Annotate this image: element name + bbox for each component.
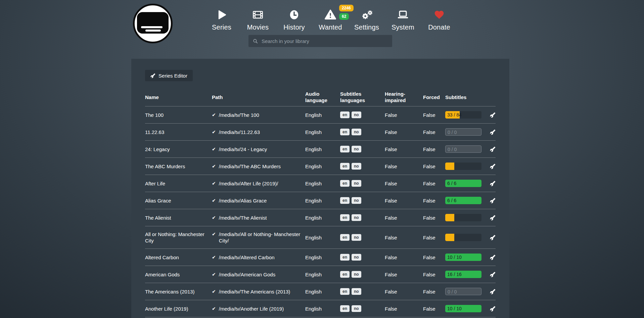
series-path: /media/tv/Alias Grace [219, 197, 267, 204]
audio-language: English [305, 112, 340, 118]
wrench-icon [490, 289, 496, 294]
bazarr-logo[interactable] [133, 4, 173, 43]
progress-label: 6 / 6 [447, 180, 456, 187]
nav-label: System [385, 24, 421, 31]
check-icon: ✔ [212, 129, 216, 135]
audio-language: English [305, 129, 340, 135]
language-badge: en [340, 214, 350, 221]
library-search-input[interactable] [262, 38, 388, 44]
language-badge: no [352, 271, 361, 278]
language-badge: no [352, 234, 361, 241]
table-row: 11.22.63 ✔ /media/tv/11.22.63 English en… [145, 124, 496, 141]
nav-item-history[interactable]: History [276, 7, 312, 31]
series-path: /media/tv/The Alienist [219, 215, 267, 221]
series-editor-panel: Series Editor NamePathAudio languageSubt… [131, 59, 509, 318]
nav-icon-slot [421, 7, 457, 23]
language-badge: en [340, 305, 350, 312]
subtitle-languages: enno [340, 180, 385, 187]
edit-series-button[interactable] [490, 235, 496, 240]
wrench-icon [490, 272, 496, 277]
nav-label: Donate [421, 24, 457, 31]
edit-series-button[interactable] [490, 215, 496, 221]
check-icon: ✔ [212, 215, 216, 221]
column-header: Forced [423, 94, 445, 100]
hearing-impaired: False [385, 112, 423, 118]
table-row: Alias Grace ✔ /media/tv/Alias Grace Engl… [145, 192, 496, 209]
subtitles-progress-bar: 16 / 16 [445, 271, 481, 278]
subtitles-progress-bar [445, 234, 481, 241]
nav-label: Wanted [312, 24, 349, 31]
edit-series-button[interactable] [490, 181, 496, 186]
series-name: The Alienist [145, 215, 212, 221]
edit-series-button[interactable] [490, 272, 496, 277]
progress-label: 0 / 0 [448, 129, 457, 136]
edit-series-button[interactable] [490, 146, 496, 152]
settings-gears-icon [360, 9, 373, 20]
wrench-icon [490, 129, 496, 135]
language-badge: no [352, 214, 361, 221]
check-icon: ✔ [212, 112, 216, 118]
series-path: /media/tv/After Life (2019)/ [219, 180, 278, 187]
subtitle-languages: enno [340, 234, 385, 241]
wrench-icon [150, 73, 155, 78]
language-badge: en [340, 254, 350, 261]
edit-series-button[interactable] [490, 164, 496, 169]
edit-series-button[interactable] [490, 306, 496, 312]
series-path: /media/tv/The Americans (2013) [219, 288, 290, 295]
hearing-impaired: False [385, 254, 423, 261]
progress-fill [445, 163, 454, 170]
table-row: Another Life (2019) ✔ /media/tv/Another … [145, 300, 496, 317]
search-icon [252, 38, 258, 44]
nav-item-wanted[interactable]: Wanted 224662 [312, 7, 349, 31]
audio-language: English [305, 163, 340, 170]
edit-series-button[interactable] [490, 129, 496, 135]
system-laptop-icon [397, 9, 409, 20]
nav-icon-slot [203, 7, 240, 23]
table-row: 24: Legacy ✔ /media/tv/24 - Legacy Engli… [145, 141, 496, 158]
series-path: /media/tv/Altered Carbon [219, 254, 275, 261]
check-icon: ✔ [212, 231, 216, 237]
language-badge: en [340, 146, 350, 152]
language-badge: no [352, 129, 361, 135]
series-name: Another Life (2019) [145, 306, 212, 312]
wrench-icon [490, 181, 496, 186]
hearing-impaired: False [385, 163, 423, 170]
wrench-icon [490, 112, 496, 118]
edit-series-button[interactable] [490, 112, 496, 118]
nav-item-donate[interactable]: Donate [421, 7, 457, 31]
progress-label: 0 / 0 [448, 146, 457, 153]
series-path-cell: ✔ /media/tv/American Gods [212, 271, 305, 278]
edit-series-button[interactable] [490, 289, 496, 294]
nav-item-system[interactable]: System [385, 7, 421, 31]
wanted-count-badge: 62 [339, 13, 349, 20]
series-name: All or Nothing: Manchester City [145, 231, 212, 244]
wrench-icon [490, 306, 496, 312]
column-header: Audio language [305, 91, 340, 103]
series-path: /media/tv/11.22.63 [219, 129, 260, 135]
nav-label: Movies [240, 24, 276, 31]
subtitle-languages: enno [340, 163, 385, 170]
nav-item-movies[interactable]: Movies [240, 7, 276, 31]
language-badge: no [352, 163, 361, 170]
series-table-header: NamePathAudio languageSubtitles language… [145, 91, 496, 106]
table-row: The ABC Murders ✔ /media/tv/The ABC Murd… [145, 158, 496, 175]
edit-series-button[interactable] [490, 255, 496, 260]
wrench-icon [490, 235, 496, 240]
edit-series-button[interactable] [490, 198, 496, 203]
forced: False [423, 215, 445, 221]
series-editor-button[interactable]: Series Editor [145, 70, 193, 81]
subtitle-languages: enno [340, 254, 385, 261]
language-badge: en [340, 111, 350, 118]
forced: False [423, 163, 445, 170]
language-badge: no [352, 180, 361, 187]
hearing-impaired: False [385, 146, 423, 152]
nav-item-settings[interactable]: Settings [349, 7, 385, 31]
nav-item-series[interactable]: Series [203, 7, 240, 31]
subtitles-progress-bar [445, 214, 481, 221]
wrench-icon [490, 255, 496, 260]
progress-label: 6 / 6 [447, 197, 456, 204]
table-row: All or Nothing: Manchester City ✔ /media… [145, 226, 496, 249]
subtitles-progress-bar: 6 / 6 [445, 180, 481, 187]
audio-language: English [305, 271, 340, 278]
series-path-cell: ✔ /media/tv/The ABC Murders [212, 163, 305, 170]
